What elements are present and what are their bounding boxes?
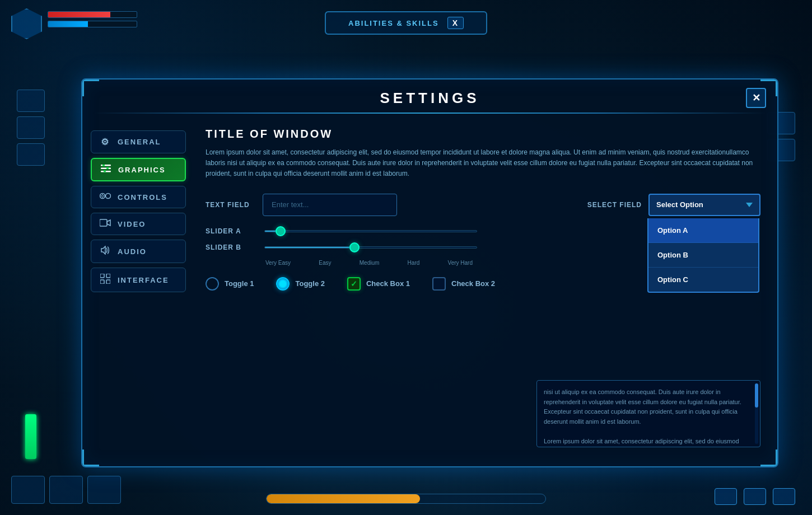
svg-rect-15 — [106, 274, 110, 278]
sidebar-label-controls: CONTROLS — [118, 193, 167, 202]
scroll-text-area[interactable]: nisi ut aliquip ex ea commodo consequat.… — [536, 380, 760, 447]
toggle-2-label: Toggle 2 — [295, 279, 324, 288]
top-bar — [0, 0, 812, 73]
svg-rect-0 — [101, 165, 111, 166]
select-value: Select Option — [656, 200, 703, 209]
slider-b-fill — [265, 247, 349, 248]
top-hex-icon — [11, 8, 42, 39]
bottom-slot-2 — [49, 476, 83, 504]
slider-a-track[interactable] — [264, 230, 477, 232]
text-input[interactable] — [263, 194, 397, 216]
content-description: Lorem ipsum dolor sit amet, consectetur … — [206, 147, 760, 180]
corner-bl — [82, 450, 99, 466]
svg-point-9 — [102, 194, 103, 195]
corner-br — [760, 450, 777, 466]
svg-rect-14 — [100, 274, 104, 278]
settings-modal: SETTINGS ✕ ⚙ GENERAL — [81, 78, 778, 467]
select-dropdown: Option A Option B Option C — [647, 218, 759, 293]
toggle-2-circle — [276, 277, 290, 291]
dropdown-option-b[interactable]: Option B — [648, 243, 758, 268]
slider-b-track[interactable] — [264, 246, 477, 249]
fields-row: TEXT FIELD SELECT FIELD Select Option Op… — [206, 194, 760, 216]
health-bar-fill — [48, 12, 110, 17]
svg-point-6 — [100, 194, 105, 199]
svg-point-11 — [101, 195, 102, 196]
svg-rect-1 — [101, 168, 111, 170]
bottom-slot-3 — [87, 476, 121, 504]
left-slot-2 — [17, 116, 45, 139]
slider-b-label: SLIDER B — [206, 244, 256, 251]
svg-point-7 — [106, 194, 111, 199]
left-slot-3 — [17, 143, 45, 166]
content-area: TITLE OF WINDOW Lorem ipsum dolor sit am… — [194, 114, 777, 458]
energy-bar-wrap — [48, 21, 137, 27]
checkbox-2-box — [432, 277, 446, 291]
scrollbar-thumb[interactable] — [755, 383, 758, 408]
svg-rect-4 — [106, 167, 109, 170]
checkbox-2-item[interactable]: Check Box 2 — [432, 277, 495, 291]
select-field-group: SELECT FIELD Select Option Option A Opti… — [489, 194, 761, 216]
corner-tl — [82, 79, 99, 96]
svg-rect-13 — [100, 219, 107, 226]
modal-header: SETTINGS ✕ — [82, 79, 777, 113]
toggle-1-circle — [206, 277, 219, 291]
checkbox-1-box — [347, 277, 361, 291]
svg-point-10 — [102, 196, 103, 198]
sidebar-label-audio: AUDIO — [118, 247, 147, 256]
select-arrow-icon — [746, 203, 753, 207]
slider-b-thumb[interactable] — [349, 242, 360, 252]
slider-mark-easy: Easy — [319, 260, 331, 266]
slider-mark-hard: Hard — [408, 260, 420, 266]
scroll-text-1: nisi ut aliquip ex ea commodo consequat.… — [544, 387, 753, 427]
sidebar-label-graphics: GRAPHICS — [118, 166, 166, 174]
checkbox-1-label: Check Box 1 — [366, 279, 410, 288]
slider-mark-very-easy: Very Easy — [265, 260, 291, 266]
corner-tr — [760, 79, 777, 96]
top-stats — [48, 8, 137, 27]
text-field-group: TEXT FIELD — [206, 194, 478, 216]
scroll-text-2: Lorem ipsum dolor sit amet, consectetur … — [544, 437, 753, 447]
sidebar-item-video[interactable]: VIDEO — [91, 213, 186, 235]
sidebar-label-interface: INTERFACE — [118, 276, 169, 284]
svg-rect-3 — [102, 165, 105, 166]
modal-title: SETTINGS — [380, 90, 479, 106]
text-field-label: TEXT FIELD — [206, 201, 256, 209]
toggle-1-item[interactable]: Toggle 1 — [206, 277, 254, 291]
dropdown-option-c[interactable]: Option C — [648, 268, 758, 292]
dropdown-option-a[interactable]: Option A — [648, 218, 758, 243]
content-title: TITLE OF WINDOW — [206, 128, 760, 141]
sidebar-nav: ⚙ GENERAL GRAPHICS — [82, 114, 194, 458]
sidebar-item-interface[interactable]: INTERFACE — [91, 268, 186, 292]
energy-bar-fill — [48, 21, 88, 27]
audio-icon — [100, 246, 111, 257]
bottom-slot-1 — [11, 476, 45, 504]
sidebar-item-controls[interactable]: CONTROLS — [91, 186, 186, 208]
select-field-label: SELECT FIELD — [587, 201, 642, 209]
toggle-2-item[interactable]: Toggle 2 — [276, 277, 324, 291]
scrollbar-track[interactable] — [755, 383, 758, 444]
sidebar-item-general[interactable]: ⚙ GENERAL — [91, 130, 186, 153]
sidebar-label-video: VIDEO — [118, 220, 146, 228]
slider-mark-very-hard: Very Hard — [448, 260, 473, 266]
svg-rect-17 — [106, 280, 110, 284]
left-side-panel — [11, 78, 50, 459]
svg-rect-5 — [104, 170, 106, 172]
select-box[interactable]: Select Option Option A Option B Optio — [648, 194, 760, 216]
interface-icon — [100, 274, 111, 286]
slider-a-label: SLIDER A — [206, 227, 256, 235]
svg-point-12 — [103, 195, 104, 196]
slider-a-thumb[interactable] — [276, 226, 286, 236]
video-icon — [100, 219, 111, 229]
checkbox-1-item[interactable]: Check Box 1 — [347, 277, 410, 291]
sidebar-item-audio[interactable]: AUDIO — [91, 240, 186, 263]
svg-rect-16 — [100, 280, 104, 284]
graphics-icon — [100, 165, 111, 175]
sidebar-item-graphics[interactable]: GRAPHICS — [91, 158, 186, 181]
general-icon: ⚙ — [100, 137, 111, 147]
left-slot-1 — [17, 90, 45, 112]
toggle-1-label: Toggle 1 — [225, 279, 254, 288]
controls-icon — [100, 192, 111, 202]
slider-a-fill — [265, 231, 276, 232]
checkbox-2-label: Check Box 2 — [451, 279, 495, 288]
health-bar-wrap — [48, 11, 137, 18]
